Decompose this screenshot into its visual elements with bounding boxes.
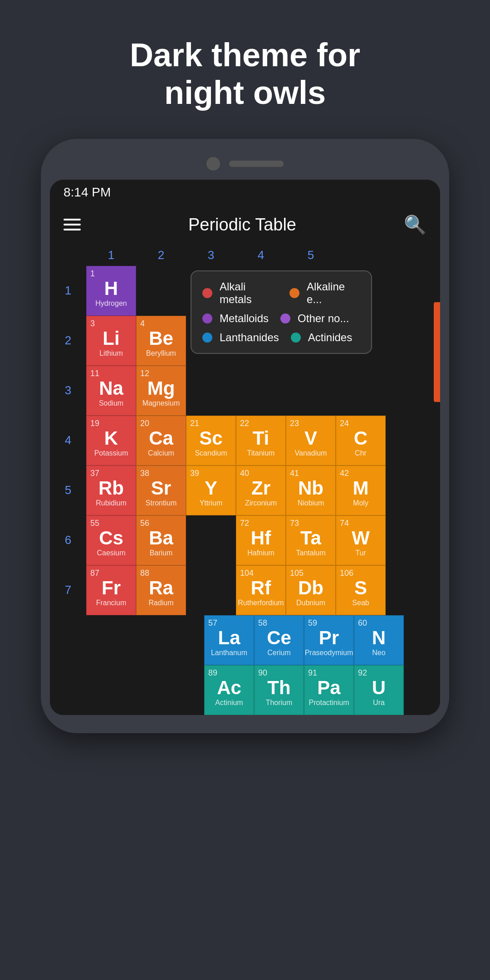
actinide-dot bbox=[291, 333, 301, 343]
element-number: 60 bbox=[358, 618, 367, 628]
row-2: 2 bbox=[50, 316, 86, 366]
element-number: 88 bbox=[140, 568, 149, 578]
element-Sc[interactable]: 21 Sc Scandium bbox=[186, 416, 236, 466]
lanthanide-row: 57 La Lanthanum 58 Ce Cerium 59 Pr Prase… bbox=[204, 615, 440, 665]
element-name: Vanadium bbox=[295, 449, 327, 457]
element-Fr[interactable]: 87 Fr Francium bbox=[86, 565, 136, 615]
element-Cs[interactable]: 55 Cs Caesium bbox=[86, 515, 136, 565]
menu-icon[interactable] bbox=[64, 219, 81, 230]
element-symbol: Th bbox=[267, 677, 290, 699]
element-La[interactable]: 57 La Lanthanum bbox=[204, 615, 254, 665]
element-Cr[interactable]: 24 C Chr bbox=[336, 416, 386, 466]
element-number: 38 bbox=[140, 469, 149, 478]
element-U[interactable]: 92 U Ura bbox=[354, 665, 404, 715]
element-Rb[interactable]: 37 Rb Rubidium bbox=[86, 466, 136, 515]
scroll-tab[interactable] bbox=[434, 302, 440, 402]
element-Ac[interactable]: 89 Ac Actinium bbox=[204, 665, 254, 715]
element-W[interactable]: 74 W Tur bbox=[336, 515, 386, 565]
element-Hf[interactable]: 72 Hf Hafnium bbox=[236, 515, 286, 565]
element-symbol: Nb bbox=[298, 477, 323, 499]
element-symbol: Ba bbox=[149, 527, 173, 549]
element-Nb[interactable]: 41 Nb Niobium bbox=[286, 466, 336, 515]
element-symbol: Ce bbox=[267, 627, 291, 649]
element-name: Chr bbox=[355, 449, 367, 457]
element-symbol: Y bbox=[205, 477, 217, 499]
element-name: Niobium bbox=[298, 499, 324, 507]
element-Sr[interactable]: 38 Sr Strontium bbox=[136, 466, 186, 515]
element-number: 72 bbox=[240, 519, 249, 528]
element-symbol: W bbox=[352, 527, 370, 549]
element-Mo[interactable]: 42 M Moly bbox=[336, 466, 386, 515]
actinide-row: 89 Ac Actinium 90 Th Thorium 91 Pa Prota… bbox=[204, 665, 440, 715]
element-Th[interactable]: 90 Th Thorium bbox=[254, 665, 304, 715]
element-name: Actinium bbox=[215, 699, 243, 707]
element-Li[interactable]: 3 Li Lithium bbox=[86, 316, 136, 366]
phone-frame: 8:14 PM Periodic Table 🔍 1 2 3 4 5 1 2 bbox=[41, 139, 449, 733]
element-symbol: Fr bbox=[102, 577, 121, 599]
element-Nd[interactable]: 60 N Neo bbox=[354, 615, 404, 665]
element-name: Dubnium bbox=[296, 599, 325, 607]
element-Ca[interactable]: 20 Ca Calcium bbox=[136, 416, 186, 466]
element-symbol: Pa bbox=[317, 677, 340, 699]
element-name: Thorium bbox=[266, 699, 293, 707]
element-number: 105 bbox=[290, 568, 304, 578]
element-symbol: Ac bbox=[217, 677, 241, 699]
element-Ta[interactable]: 73 Ta Tantalum bbox=[286, 515, 336, 565]
element-symbol: K bbox=[104, 427, 118, 449]
element-number: 24 bbox=[340, 419, 349, 428]
legend-popup: Alkali metals Alkaline e... Metalloids O… bbox=[191, 270, 372, 354]
element-K[interactable]: 19 K Potassium bbox=[86, 416, 136, 466]
element-number: 106 bbox=[340, 568, 353, 578]
element-name: Neo bbox=[372, 649, 385, 657]
element-number: 3 bbox=[90, 319, 95, 328]
element-number: 91 bbox=[308, 668, 317, 678]
element-name: Francium bbox=[96, 599, 127, 607]
element-symbol: Sr bbox=[151, 477, 171, 499]
metalloid-label: Metalloids bbox=[220, 312, 269, 325]
element-H[interactable]: 1 H Hydrogen bbox=[86, 266, 136, 316]
element-Ra[interactable]: 88 Ra Radium bbox=[136, 565, 186, 615]
element-number: 39 bbox=[190, 469, 199, 478]
element-name: Hydrogen bbox=[95, 299, 127, 308]
element-name: Beryllium bbox=[146, 349, 176, 358]
element-Ti[interactable]: 22 Ti Titanium bbox=[236, 416, 286, 466]
element-Sg[interactable]: 106 S Seab bbox=[336, 565, 386, 615]
periodic-row-4: 19 K Potassium 20 Ca Calcium 21 Sc Scand… bbox=[86, 416, 440, 466]
element-Pr[interactable]: 59 Pr Praseodymium bbox=[304, 615, 354, 665]
element-name: Praseodymium bbox=[305, 649, 353, 657]
periodic-row-5: 37 Rb Rubidium 38 Sr Strontium 39 Y Yttr… bbox=[86, 466, 440, 515]
element-Mg[interactable]: 12 Mg Magnesium bbox=[136, 366, 186, 416]
row-numbers: 1 2 3 4 5 6 7 bbox=[50, 266, 86, 615]
element-number: 104 bbox=[240, 568, 254, 578]
element-name: Lanthanum bbox=[211, 649, 247, 657]
element-Be[interactable]: 4 Be Beryllium bbox=[136, 316, 186, 366]
element-Ce[interactable]: 58 Ce Cerium bbox=[254, 615, 304, 665]
element-name: Protactinium bbox=[309, 699, 349, 707]
search-icon[interactable]: 🔍 bbox=[404, 214, 426, 235]
lanthanide-dot bbox=[202, 333, 212, 343]
element-V[interactable]: 23 V Vanadium bbox=[286, 416, 336, 466]
element-name: Cerium bbox=[267, 649, 291, 657]
element-name: Zirconium bbox=[245, 499, 277, 507]
element-number: 20 bbox=[140, 419, 149, 428]
element-Pa[interactable]: 91 Pa Protactinium bbox=[304, 665, 354, 715]
element-number: 58 bbox=[258, 618, 267, 628]
element-number: 87 bbox=[90, 568, 99, 578]
element-Db[interactable]: 105 Db Dubnium bbox=[286, 565, 336, 615]
element-name: Caesium bbox=[97, 549, 125, 557]
element-Y[interactable]: 39 Y Yttrium bbox=[186, 466, 236, 515]
element-Zr[interactable]: 40 Zr Zirconium bbox=[236, 466, 286, 515]
element-Ba[interactable]: 56 Ba Barium bbox=[136, 515, 186, 565]
element-name: Sodium bbox=[99, 399, 123, 407]
element-symbol: H bbox=[104, 278, 118, 299]
alkali-label: Alkali metals bbox=[220, 280, 278, 306]
element-symbol: Cs bbox=[99, 527, 123, 549]
element-symbol: Sc bbox=[199, 427, 222, 449]
element-number: 40 bbox=[240, 469, 249, 478]
element-Na[interactable]: 11 Na Sodium bbox=[86, 366, 136, 416]
element-number: 4 bbox=[140, 319, 145, 328]
element-name: Lithium bbox=[99, 349, 123, 358]
periodic-table: 1 2 3 4 5 6 7 Alkali metals Alkaline e..… bbox=[50, 266, 440, 615]
element-name: Ura bbox=[373, 699, 385, 707]
element-Rf[interactable]: 104 Rf Rutherfordium bbox=[236, 565, 286, 615]
